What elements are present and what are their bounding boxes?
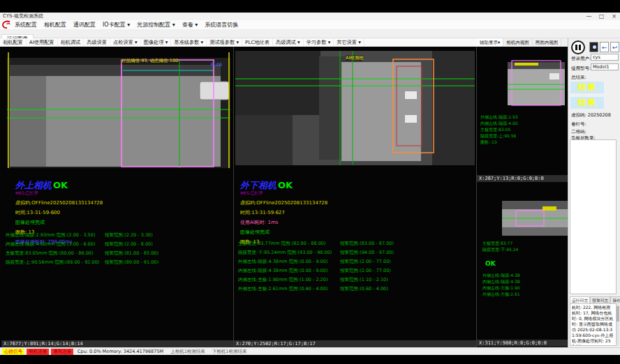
left-camera-image[interactable]	[7, 51, 230, 169]
reset-button[interactable]: ↩	[610, 42, 619, 52]
measurement-text: 内侧左线-隔膜:4.60mm 范围:(3.00 - 6.00)	[6, 241, 95, 248]
window-title: CYS-视觉检测系统	[3, 13, 43, 19]
toolbar-item[interactable]: AI使用配置	[27, 38, 58, 47]
app-logo-icon	[1, 20, 11, 29]
toolbar-item[interactable]: 高级设置	[84, 38, 110, 47]
aux-result-line: 圈数: 13	[480, 139, 518, 145]
menu-item[interactable]: IO卡配置 ▾	[99, 20, 133, 30]
toolbar-item[interactable]: 点检设置 ▾	[110, 38, 141, 47]
alarm-range: 报警范围:(0.60 - 4.00)	[340, 286, 388, 292]
aux-view-tab[interactable]: 相机内视图	[503, 38, 533, 46]
process-status: 图像处理完成	[15, 219, 103, 226]
alarm-range: 报警范围:(81.00 - 85.00)	[105, 250, 158, 257]
menu-bar: 系统配置相机配置通讯配置IO卡配置 ▾光源控制配置 ▾查看 ▾系统语言切换	[0, 20, 620, 30]
toolbar-item[interactable]: 基准线参数 ▾	[171, 38, 207, 47]
result-box-2: 结果	[570, 97, 604, 109]
ai-elapsed: 使用AI耗时: 1ms	[240, 219, 327, 226]
menu-item[interactable]: 光源控制配置 ▾	[133, 20, 179, 30]
log-tab[interactable]: 报警日志	[590, 296, 610, 303]
qr-code-label: 二维码:	[571, 129, 586, 135]
alarm-range: 报警范围:(94.00 - 97.00)	[340, 250, 394, 256]
maximize-button[interactable]: □	[597, 13, 606, 20]
aux-ok-label: OK	[485, 259, 496, 268]
menu-item[interactable]: 查看 ▾	[179, 20, 202, 30]
cpu-memory-readout: Cpu: 0.0% Memory: 3424.41796875M	[78, 349, 163, 354]
aux-view-tab[interactable]: 画面内视图	[533, 38, 562, 46]
log-tab[interactable]: 运行日志	[570, 296, 590, 303]
menu-item[interactable]: 系统配置	[11, 20, 40, 30]
aux-view-column: 外侧左线-隔膜:2.93内侧左线-隔膜:4.60主极宽度:83.05隔膜宽度-上…	[477, 47, 568, 347]
toolbar-item[interactable]: 高级调试 ▾	[273, 38, 304, 47]
measurement-text: 主极宽度:83.05mm 范围:(80.00 - 86.00)	[6, 250, 93, 257]
center-measurements: 主极宽度:83.77mm 范围:(82.00 - 88.00) 报警范围:(83…	[234, 241, 475, 295]
log-scrollbar[interactable]	[617, 303, 619, 346]
aux-top-pixel-readout: X:267;Y:13;R:0;G:0;B:0	[477, 175, 568, 182]
measurement-row: 隔膜宽度-上:90.56mm 范围:(88.00 - 92.00) 报警范围:(…	[1, 259, 232, 268]
camera-icon	[593, 45, 596, 49]
center-result-block: 外下相机OK MES:已打开 虚拟码:OFFline20250208133134…	[240, 178, 327, 245]
heartbeat-indicator: 心跳信号	[2, 349, 24, 355]
upper-camera-result-label: 上相机1检测结果	[170, 349, 205, 355]
toolbar-item[interactable]: 测试项参数 ▾	[207, 38, 242, 47]
menu-item[interactable]: 相机配置	[40, 20, 70, 30]
camera-connection-indicator: 相机连接	[27, 349, 49, 355]
alarm-range: 报警范围:(89.00 - 91.00)	[105, 259, 158, 266]
back-button[interactable]: ←	[600, 42, 609, 52]
toolbar-item[interactable]: 其它设置 ▾	[334, 38, 364, 47]
aux-top-view[interactable]: 外侧左线-隔膜:2.93内侧左线-隔膜:4.60主极宽度:83.05隔膜宽度-上…	[477, 47, 568, 183]
scrollbar-thumb[interactable]	[617, 306, 619, 321]
menu-item[interactable]: 系统语言切换	[201, 20, 242, 30]
pause-button[interactable]	[571, 40, 585, 54]
log-output[interactable]: 耗时: 222, 网络检测耗时: 17, 网络分包耗时: 0, 网络模块分区耗时…	[570, 303, 617, 346]
aux-result-line: 主极宽度:83.05	[480, 126, 518, 132]
toolbar-item[interactable]: PLC地址表	[242, 38, 273, 47]
measurement-row: 主极宽度:83.77mm 范围:(82.00 - 88.00) 报警范围:(83…	[234, 241, 475, 250]
alarm-range: 报警范围:(2.00 - 8.00)	[105, 241, 153, 248]
aux-bottom-thumbnail[interactable]	[502, 201, 568, 236]
center-pixel-readout: X:270;Y:2502;R:17;G:17;B:17	[234, 340, 476, 347]
model-input[interactable]	[591, 63, 619, 70]
model-label: 使用型号:	[571, 66, 591, 72]
undo-arrow-icon: ↩	[612, 44, 618, 51]
aux-bottom-view[interactable]: 主极宽度:83.77隔膜宽度-下:95.24 OK 外侧左线-隔膜:4.38内侧…	[477, 190, 568, 347]
measurement-row: 外侧左线-隔膜:2.93mm 范围:(2.00 - 3.50) 报警范围:(2.…	[1, 232, 232, 241]
measurement-row: 内侧左线-隔膜:4.38mm 范围:(0.00 - 9.00) 报警范围:(2.…	[234, 268, 475, 277]
alarm-range: 报警范围:(83.00 - 87.00)	[340, 241, 394, 247]
minimize-button[interactable]: —	[584, 13, 593, 20]
toolbar-item[interactable]: 相机调试	[58, 38, 84, 47]
threshold-overlay-label: 好品阈值:93, 动态阈值:100	[121, 58, 178, 63]
aux-view-tab[interactable]: 辅助显示▾	[477, 38, 503, 46]
process-status: 图像处理完成	[240, 229, 327, 236]
measurement-text: 外侧左线-隔膜:4.38mm 范围:(0.00 - 9.00)	[238, 259, 327, 265]
aux-bottom-results: 外侧左线-隔膜:4.38内侧左线-隔膜:4.38内侧左线-主极:1.90外侧左线…	[482, 272, 520, 297]
center-camera-image[interactable]	[235, 51, 475, 165]
comm-connection-indicator: 通讯连接	[51, 349, 73, 355]
aux-bottom-pixel-readout: X:311;Y:980;R:0;G:0;B:0	[477, 340, 568, 347]
close-button[interactable]: ×	[610, 13, 619, 20]
aux-top-thumbnail[interactable]	[508, 59, 565, 107]
toolbar-item[interactable]: 相机配置	[0, 38, 27, 47]
measurement-row: 隔膜宽度-下:95.24mm 范围:(93.00 - 98.00) 报警范围:(…	[234, 250, 475, 259]
camera-button[interactable]	[589, 42, 598, 52]
aux-result-line: 外侧左线-隔膜:4.38	[482, 272, 520, 278]
aux-result-line: 外侧左线-隔膜:2.93	[480, 114, 518, 120]
title-bar: CYS-视觉检测系统	[0, 13, 620, 20]
r-value-label: R:46	[211, 62, 222, 68]
ai-overlay-label: AI检测框	[346, 55, 364, 61]
measurement-text: 隔膜宽度-上:90.56mm 范围:(88.00 - 92.00)	[6, 259, 99, 266]
menu-item[interactable]: 通讯配置	[70, 20, 99, 30]
left-camera-panel: 好品阈值:93, 动态阈值:100 R:46 外上相机OK MES:已打开 虚拟…	[1, 47, 233, 347]
side-panel: ← ↩ 登录用户: 使用型号: 总结果: 结果 结果 虚拟码: 20250208…	[568, 38, 620, 347]
login-user-input[interactable]	[591, 54, 619, 61]
center-camera-panel: AI检测框 外下相机OK MES:已打开 虚拟码:OFFline20250208…	[234, 47, 476, 347]
log-tab[interactable]: 操作日志	[610, 296, 620, 303]
lower-camera-result-label: 下相机1检测结果	[212, 349, 247, 355]
measurement-row: 主极宽度:83.05mm 范围:(80.00 - 86.00) 报警范围:(81…	[1, 250, 232, 259]
result-box-1: 结果	[570, 82, 604, 93]
toolbar-item[interactable]: 学习参数 ▾	[304, 38, 334, 47]
toolbar-item[interactable]: 图像处理 ▾	[141, 38, 172, 47]
log-tabs: 运行日志报警日志操作日志	[570, 296, 619, 303]
back-arrow-icon: ←	[602, 44, 607, 51]
aux-view-tabs: 辅助显示▾相机内视图画面内视图	[477, 38, 568, 47]
result-list-box[interactable]	[570, 139, 617, 294]
